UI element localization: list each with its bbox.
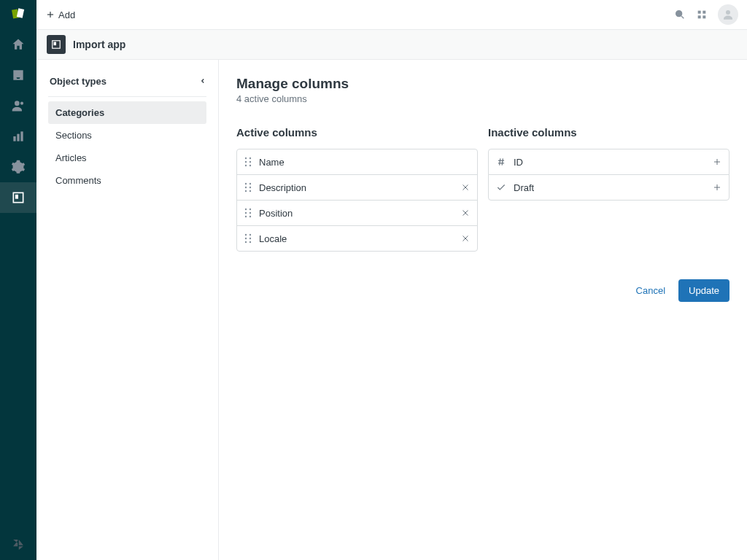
svg-point-46	[245, 241, 247, 243]
panel-subtitle: 4 active columns	[236, 93, 729, 104]
sidebar-item-sections[interactable]: Sections	[48, 124, 206, 147]
panel-title: Manage columns	[236, 76, 729, 92]
nav-import-app[interactable]	[0, 182, 36, 213]
app-bar: Import app	[36, 29, 747, 60]
add-column-icon[interactable]	[713, 158, 721, 166]
inactive-columns-heading: Inactive columns	[488, 126, 729, 139]
active-columns-section: Active columns Name Description	[236, 126, 478, 252]
svg-point-27	[249, 183, 251, 184]
svg-point-43	[249, 234, 251, 236]
sidebar: Object types Categories Sections Article…	[36, 60, 219, 560]
drag-handle-icon[interactable]	[244, 233, 252, 244]
active-columns-heading: Active columns	[236, 126, 478, 139]
svg-rect-5	[17, 134, 19, 141]
svg-point-21	[249, 158, 251, 159]
svg-point-38	[245, 216, 247, 217]
add-label: Add	[58, 9, 75, 20]
active-column-item[interactable]: Locale	[236, 225, 478, 252]
svg-rect-6	[20, 131, 23, 141]
drag-handle-icon[interactable]	[244, 208, 252, 218]
svg-line-12	[681, 16, 684, 18]
add-button[interactable]: Add	[45, 9, 75, 20]
column-label: Draft	[514, 182, 713, 193]
cancel-label: Cancel	[636, 285, 665, 296]
svg-point-3	[20, 102, 23, 105]
svg-rect-1	[17, 8, 24, 18]
sidebar-item-categories[interactable]: Categories	[48, 101, 206, 124]
column-label: Position	[259, 208, 461, 219]
svg-point-30	[245, 190, 247, 192]
svg-point-22	[245, 161, 247, 163]
sidebar-item-label: Comments	[55, 175, 101, 186]
svg-point-39	[249, 216, 251, 217]
sidebar-title: Object types	[50, 76, 107, 87]
svg-point-28	[245, 187, 247, 188]
inactive-columns-section: Inactive columns ID Draft	[488, 126, 729, 252]
svg-line-52	[500, 158, 500, 165]
cancel-button[interactable]: Cancel	[636, 285, 665, 296]
svg-point-35	[249, 209, 251, 210]
svg-point-25	[249, 165, 251, 166]
svg-rect-4	[13, 136, 15, 141]
svg-rect-15	[698, 15, 701, 18]
remove-column-icon[interactable]	[461, 183, 470, 192]
nav-reports[interactable]	[0, 121, 36, 152]
main-area: Add Import app Object types	[36, 0, 747, 560]
active-column-item[interactable]: Description	[236, 174, 478, 201]
avatar[interactable]	[718, 4, 738, 25]
update-label: Update	[689, 285, 719, 296]
svg-point-17	[726, 10, 730, 15]
brand-logo	[0, 0, 36, 29]
svg-point-31	[249, 190, 251, 192]
brand-footer-icon	[0, 529, 36, 560]
svg-point-20	[245, 158, 247, 159]
remove-column-icon[interactable]	[461, 234, 470, 243]
nav-rail	[0, 0, 36, 560]
svg-point-11	[676, 11, 682, 17]
svg-point-24	[245, 165, 247, 166]
column-label: Description	[259, 182, 461, 193]
svg-rect-8	[15, 195, 18, 199]
apps-icon[interactable]	[696, 9, 708, 20]
sidebar-collapse-icon[interactable]	[199, 74, 206, 88]
inactive-column-item[interactable]: Draft	[488, 174, 729, 201]
svg-rect-14	[703, 11, 705, 14]
nav-settings[interactable]	[0, 152, 36, 182]
add-column-icon[interactable]	[713, 183, 721, 192]
svg-point-29	[249, 187, 251, 188]
sidebar-item-comments[interactable]: Comments	[48, 169, 206, 192]
top-bar: Add	[36, 0, 747, 29]
column-label: ID	[514, 157, 713, 168]
check-icon	[496, 182, 506, 192]
nav-home[interactable]	[0, 29, 36, 60]
active-column-item[interactable]: Position	[236, 200, 478, 226]
column-label: Name	[259, 157, 470, 168]
svg-line-53	[502, 158, 503, 165]
nav-inbox[interactable]	[0, 60, 36, 90]
app-title: Import app	[73, 39, 125, 50]
hash-icon	[496, 157, 506, 167]
svg-point-34	[245, 209, 247, 210]
sidebar-item-label: Categories	[55, 107, 104, 118]
update-button[interactable]: Update	[678, 279, 729, 302]
drag-handle-icon[interactable]	[244, 182, 252, 192]
sidebar-item-articles[interactable]: Articles	[48, 147, 206, 169]
sidebar-item-label: Articles	[55, 152, 87, 163]
remove-column-icon[interactable]	[461, 209, 470, 217]
svg-point-37	[249, 212, 251, 214]
svg-point-23	[249, 161, 251, 163]
drag-handle-icon[interactable]	[244, 157, 252, 167]
svg-point-26	[245, 183, 247, 184]
svg-point-44	[245, 238, 247, 239]
svg-point-42	[245, 234, 247, 236]
svg-point-2	[15, 101, 20, 106]
svg-rect-16	[703, 15, 705, 18]
svg-rect-19	[54, 42, 57, 46]
nav-users[interactable]	[0, 90, 36, 121]
sidebar-item-label: Sections	[55, 130, 92, 141]
search-icon[interactable]	[674, 9, 686, 20]
panel: Manage columns 4 active columns Active c…	[219, 60, 747, 560]
inactive-column-item[interactable]: ID	[488, 149, 729, 175]
active-column-item[interactable]: Name	[236, 149, 478, 175]
svg-rect-13	[698, 11, 701, 14]
